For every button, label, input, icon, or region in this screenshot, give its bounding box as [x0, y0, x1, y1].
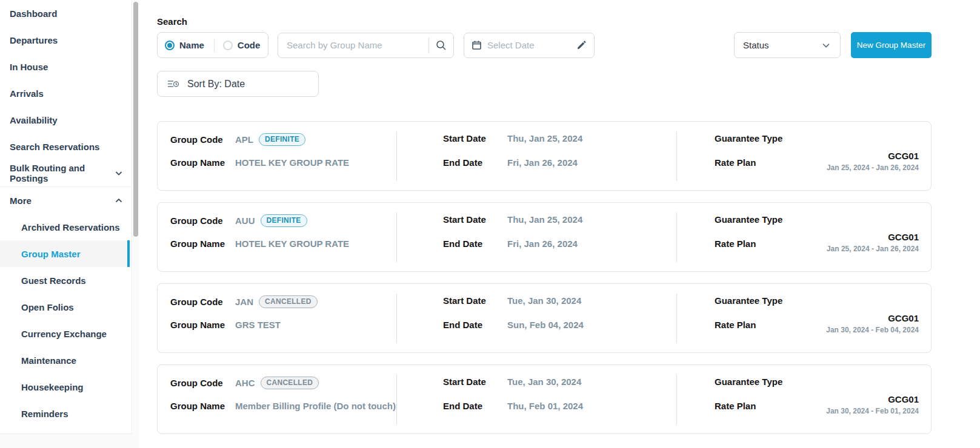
group-code-value: JAN	[235, 297, 253, 307]
sidebar-item-search-reservations[interactable]: Search Reservations	[0, 133, 132, 160]
sidebar-item-label: Search Reservations	[10, 142, 99, 152]
rate-plan-label: Rate Plan	[715, 401, 756, 411]
sidebar-item-archived-reservations[interactable]: Archived Reservations	[0, 214, 132, 240]
group-card[interactable]: Group CodeAHCCANCELLED Group NameMember …	[157, 364, 932, 434]
sidebar-item-bulk-routing[interactable]: Bulk Routing and Postings	[0, 160, 132, 186]
sidebar-item-label: Archived Reservations	[21, 222, 120, 232]
sidebar-item-label: Open Folios	[21, 302, 74, 312]
guarantee-type-label: Guarantee Type	[715, 295, 782, 306]
card-divider	[676, 131, 677, 181]
group-code-label: Group Code	[170, 216, 235, 226]
edit-pencil-icon[interactable]	[576, 40, 587, 50]
end-date-label: End Date	[443, 401, 507, 411]
sort-by-button[interactable]: Sort By: Date	[157, 71, 319, 97]
sidebar-item-guest-records[interactable]: Guest Records	[0, 267, 132, 294]
search-input[interactable]	[287, 40, 428, 50]
sidebar-item-label: Reminders	[21, 409, 68, 419]
group-name-label: Group Name	[170, 401, 235, 411]
sidebar-item-open-folios[interactable]: Open Folios	[0, 294, 132, 320]
active-indicator-bar	[127, 240, 130, 267]
group-name-search-field	[278, 33, 454, 58]
end-date-value: Fri, Jan 26, 2024	[507, 157, 578, 168]
rate-plan-dates: Jan 30, 2024 - Feb 04, 2024	[826, 326, 919, 334]
rate-plan-code: GCG01	[826, 394, 919, 405]
sidebar-item-label: Bulk Routing and Postings	[10, 163, 115, 183]
sidebar-item-in-house[interactable]: In House	[0, 53, 132, 80]
chevron-down-icon	[821, 40, 832, 51]
start-date-label: Start Date	[443, 295, 507, 306]
rate-plan-summary: GCG01 Jan 25, 2024 - Jan 26, 2024	[827, 151, 919, 172]
guarantee-type-label: Guarantee Type	[715, 377, 782, 387]
start-date-label: Start Date	[443, 133, 507, 143]
card-divider	[396, 212, 397, 262]
group-name-label: Group Name	[170, 239, 235, 249]
status-dropdown-label: Status	[743, 40, 769, 50]
sidebar-item-label: Housekeeping	[21, 382, 84, 392]
sidebar-nav: Dashboard Departures In House Arrivals A…	[0, 0, 132, 433]
start-date-value: Thu, Jan 25, 2024	[507, 214, 582, 225]
group-name-label: Group Name	[170, 320, 235, 330]
group-code-label: Group Code	[170, 134, 235, 145]
guarantee-type-label: Guarantee Type	[715, 133, 782, 143]
group-name-value: HOTEL KEY GROUP RATE	[235, 157, 349, 168]
end-date-label: End Date	[443, 157, 507, 168]
chevron-up-icon	[115, 196, 123, 205]
sidebar-item-arrivals[interactable]: Arrivals	[0, 80, 132, 107]
group-card[interactable]: Group CodeAUUDEFINITE Group NameHOTEL KE…	[157, 202, 932, 272]
sidebar-scrollbar-track[interactable]	[133, 0, 139, 434]
rate-plan-summary: GCG01 Jan 30, 2024 - Feb 04, 2024	[826, 313, 919, 334]
radio-code[interactable]: Code	[223, 40, 261, 50]
sidebar-item-label: Guest Records	[21, 275, 86, 286]
sidebar-item-dashboard[interactable]: Dashboard	[0, 0, 132, 27]
group-card[interactable]: Group CodeAPLDEFINITE Group NameHOTEL KE…	[157, 121, 932, 191]
group-code-value: APL	[235, 134, 253, 145]
start-date-value: Thu, Jan 25, 2024	[507, 133, 582, 143]
rate-plan-dates: Jan 30, 2024 - Feb 01, 2024	[826, 407, 919, 415]
sidebar-item-label: More	[10, 196, 32, 206]
radio-code-label: Code	[238, 40, 261, 50]
sidebar-item-group-master[interactable]: Group Master	[0, 240, 132, 267]
group-code-value: AHC	[235, 378, 255, 388]
rate-plan-code: GCG01	[827, 151, 919, 162]
end-date-label: End Date	[443, 320, 507, 330]
card-divider	[396, 131, 397, 181]
sidebar-item-label: Maintenance	[21, 355, 76, 366]
end-date-label: End Date	[443, 239, 507, 249]
radio-selected-icon[interactable]	[165, 41, 175, 50]
sidebar-item-maintenance[interactable]: Maintenance	[0, 347, 132, 374]
sidebar-item-label: Group Master	[21, 249, 81, 259]
date-filter-field[interactable]: Select Date	[464, 33, 595, 58]
calendar-icon	[472, 40, 482, 50]
rate-plan-summary: GCG01 Jan 25, 2024 - Jan 26, 2024	[827, 232, 919, 253]
search-section-title: Search	[157, 16, 932, 27]
sidebar-item-currency-exchange[interactable]: Currency Exchange	[0, 320, 132, 347]
group-card[interactable]: Group CodeJANCANCELLED Group NameGRS TES…	[157, 283, 932, 353]
sidebar-item-reminders[interactable]: Reminders	[0, 400, 132, 427]
sidebar-item-label: Arrivals	[10, 88, 44, 99]
sidebar: Dashboard Departures In House Arrivals A…	[0, 0, 139, 434]
sidebar-item-availability[interactable]: Availability	[0, 107, 132, 133]
group-name-label: Group Name	[170, 157, 235, 168]
radio-unselected-icon[interactable]	[223, 41, 233, 50]
sidebar-item-label: Currency Exchange	[21, 329, 107, 339]
status-dropdown[interactable]: Status	[734, 32, 841, 58]
group-code-label: Group Code	[170, 378, 235, 388]
search-field-divider	[428, 38, 429, 53]
radio-name[interactable]: Name	[165, 40, 204, 50]
chevron-down-icon	[115, 169, 123, 177]
new-group-master-button[interactable]: New Group Master	[851, 32, 932, 58]
rate-plan-dates: Jan 25, 2024 - Jan 26, 2024	[827, 245, 919, 253]
search-icon[interactable]	[435, 39, 447, 51]
status-badge: CANCELLED	[259, 295, 318, 308]
sidebar-item-housekeeping[interactable]: Housekeeping	[0, 374, 132, 400]
card-divider	[676, 212, 677, 262]
status-badge: DEFINITE	[259, 133, 305, 146]
start-date-value: Tue, Jan 30, 2024	[507, 295, 581, 306]
rate-plan-code: GCG01	[826, 313, 919, 324]
sidebar-item-departures[interactable]: Departures	[0, 27, 132, 53]
sidebar-scrollbar-thumb[interactable]	[133, 2, 138, 237]
sidebar-item-label: Dashboard	[10, 8, 57, 19]
card-divider	[676, 375, 677, 424]
sidebar-footer-area	[0, 434, 139, 448]
sidebar-item-more[interactable]: More	[0, 187, 132, 214]
